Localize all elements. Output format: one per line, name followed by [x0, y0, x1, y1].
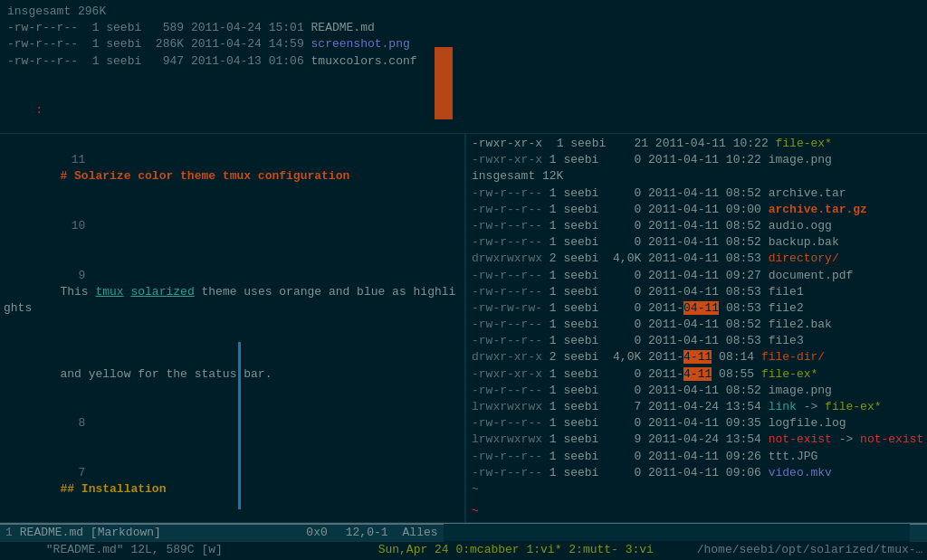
vim-status-bar-right — [910, 524, 927, 542]
right-notexist: lrwxrwxrwx 1 seebi 9 2011-04-24 13:54 no… — [472, 432, 922, 448]
doc-line-11: 11 # Solarize color theme tmux configura… — [4, 136, 461, 202]
right-image: -rw-r--r-- 1 seebi 0 2011-04-11 08:52 im… — [472, 383, 922, 399]
right-file2: -rw-rw-rw- 1 seebi 0 2011-04-11 08:53 fi… — [472, 300, 922, 317]
empty-line — [7, 70, 920, 86]
prompt-line-top: : — [7, 86, 920, 136]
file-line-tmuxconf: -rw-r--r-- 1 seebi 947 2011-04-13 01:06 … — [7, 53, 920, 70]
right-file1: -rw-r--r-- 1 seebi 0 2011-04-11 08:53 fi… — [472, 284, 922, 300]
editor-content: 11 # Solarize color theme tmux configura… — [0, 134, 464, 522]
right-document: -rw-r--r-- 1 seebi 0 2011-04-11 09:27 do… — [472, 268, 922, 284]
cmd-line-left-text: "README.md" 12L, 589C [w] — [4, 526, 378, 560]
right-file3: -rw-r--r-- 1 seebi 0 2011-04-11 08:53 fi… — [472, 333, 922, 349]
command-line: "README.md" 12L, 589C [w] Sun,Apr 24 0:m… — [0, 541, 927, 560]
blue-cursor-bar — [238, 342, 241, 509]
right-link: lrwxrwxrwx 1 seebi 7 2011-04-24 13:54 li… — [472, 399, 922, 415]
right-file2bak: -rw-r--r-- 1 seebi 0 2011-04-11 08:52 fi… — [472, 317, 922, 333]
right-tilde: ~ — [472, 481, 922, 498]
doc-line-7: 7 ## Installation — [4, 449, 461, 515]
bottom-status-area: 1 README.md [Markdown] 0x0 12,0-1 Alles … — [0, 523, 927, 560]
right-tttjpg: -rw-r--r-- 1 seebi 0 2011-04-11 09:26 tt… — [472, 449, 922, 465]
right-prompt: → ∅ default ★ 39 — [472, 519, 922, 522]
orange-cursor-block — [435, 47, 453, 119]
doc-line-10: 10 — [4, 202, 461, 252]
doc-line-9: 9 This tmux solarized theme uses orange … — [4, 251, 461, 333]
right-tilde2: ~ — [472, 503, 922, 519]
top-terminal-pane: insgesamt 296K -rw-r--r-- 1 seebi 589 20… — [0, 0, 927, 134]
right-video: -rw-r--r-- 1 seebi 0 2011-04-11 09:06 vi… — [472, 465, 922, 481]
right-directory: drwxrwxrwx 2 seebi 4,0K 2011-04-11 08:53… — [472, 251, 922, 267]
right-filedir: drwxr-xr-x 2 seebi 4,0K 2011-4-11 08:14 … — [472, 349, 922, 365]
insgesamt-line: insgesamt 296K — [7, 4, 920, 20]
doc-line-8: 8 — [4, 399, 461, 449]
cmd-line-right-text: Sun,Apr 24 0:mcabber 1:vi* 2:mutt- 3:vi … — [378, 542, 923, 558]
doc-line-6: 6 This config snippet for the terminal m… — [4, 514, 461, 522]
file-line-readme: -rw-r--r-- 1 seebi 589 2011-04-24 15:01 … — [7, 20, 920, 36]
insgesamt-text: insgesamt 296K — [7, 5, 106, 18]
right-fileex: -rwxr-xr-x 1 seebi 0 2011-4-11 08:55 fil… — [472, 366, 922, 383]
right-logfile: -rw-r--r-- 1 seebi 0 2011-04-11 09:35 lo… — [472, 415, 922, 432]
doc-line-9b: and yellow for the status bar. — [4, 333, 461, 399]
file-line-screenshot: -rw-r--r-- 1 seebi 286K 2011-04-24 14:59… — [7, 36, 920, 52]
left-editor-pane[interactable]: 11 # Solarize color theme tmux configura… — [0, 134, 466, 522]
